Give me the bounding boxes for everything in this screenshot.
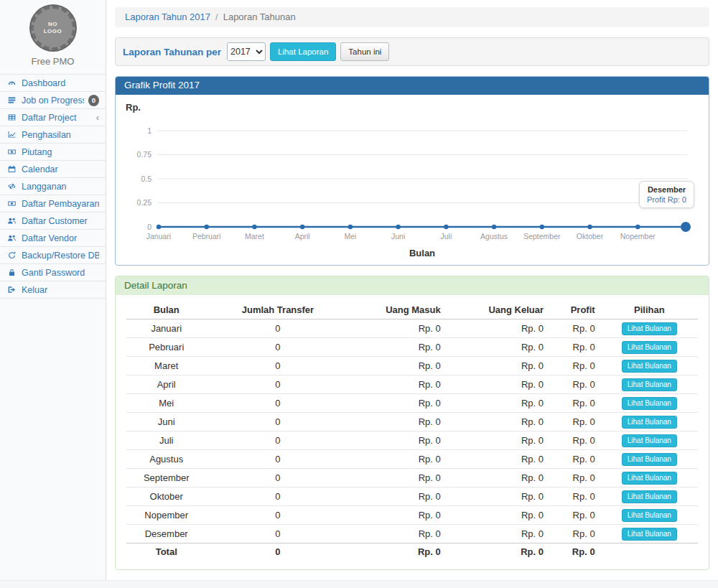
profit-chart-panel: Grafik Profit 2017 Rp.10.750.50.250Janua… xyxy=(115,76,709,266)
cell-profit: Rp. 0 xyxy=(549,394,601,413)
sidebar-item-keluar[interactable]: Keluar xyxy=(0,281,106,299)
view-monthly-button[interactable]: Lihat Bulanan xyxy=(622,341,677,354)
cell-jumlah-transfer: 0 xyxy=(206,450,349,469)
cell-profit: Rp. 0 xyxy=(549,319,601,338)
view-monthly-button[interactable]: Lihat Bulanan xyxy=(622,322,677,335)
sidebar-item-calendar[interactable]: Calendar xyxy=(0,161,106,178)
profit-chart[interactable]: Rp.10.750.50.250JanuariPebruariMaretApri… xyxy=(116,95,709,265)
cell-uang-keluar: Rp. 0 xyxy=(447,431,549,450)
cell-uang-masuk: Rp. 0 xyxy=(349,394,446,413)
sidebar-item-daftar-pembayaran[interactable]: Daftar Pembayaran xyxy=(0,195,106,213)
logo-text-line2: LOGO xyxy=(44,28,62,35)
total-jumlah-transfer: 0 xyxy=(206,543,349,560)
total-uang-masuk: Rp. 0 xyxy=(349,543,446,560)
sidebar-item-job-on-progress[interactable]: Job on Progress0 xyxy=(0,92,106,109)
sidebar-item-label: Dashboard xyxy=(22,78,99,88)
money-icon xyxy=(6,147,17,157)
cell-bulan: Desember xyxy=(126,525,206,543)
app-logo: NO LOGO xyxy=(31,6,75,50)
sidebar-item-daftar-project[interactable]: Daftar Project‹ xyxy=(0,109,106,126)
chevron-left-icon: ‹ xyxy=(96,113,99,122)
detail-report-table: BulanJumlah TransferUang MasukUang Kelua… xyxy=(126,301,698,559)
cell-profit: Rp. 0 xyxy=(549,525,601,543)
logo-text-line1: NO xyxy=(48,21,57,28)
cell-uang-masuk: Rp. 0 xyxy=(349,319,446,338)
svg-text:0.5: 0.5 xyxy=(141,174,151,183)
cell-uang-masuk: Rp. 0 xyxy=(349,506,446,525)
sidebar-item-label: Keluar xyxy=(22,285,99,295)
report-filter-bar: Laporan Tahunan per 2017 Lihat Laporan T… xyxy=(115,37,709,66)
cell-uang-masuk: Rp. 0 xyxy=(349,487,446,506)
cell-jumlah-transfer: 0 xyxy=(206,413,349,431)
sidebar-item-piutang[interactable]: Piutang xyxy=(0,144,106,161)
cell-bulan: Pebruari xyxy=(126,338,206,357)
view-monthly-button[interactable]: Lihat Bulanan xyxy=(622,434,677,447)
cell-uang-masuk: Rp. 0 xyxy=(349,375,446,394)
view-monthly-button[interactable]: Lihat Bulanan xyxy=(622,453,677,466)
cell-uang-keluar: Rp. 0 xyxy=(447,357,549,375)
sidebar-item-langganan[interactable]: Langganan xyxy=(0,178,106,195)
detail-panel-title: Detail Laporan xyxy=(116,276,709,295)
svg-text:April: April xyxy=(295,232,310,241)
cell-uang-masuk: Rp. 0 xyxy=(349,525,446,543)
year-select[interactable]: 2017 xyxy=(227,42,266,61)
sidebar-item-label: Daftar Project xyxy=(22,113,92,123)
sidebar: NO LOGO Free PMO DashboardJob on Progres… xyxy=(0,0,106,580)
column-header-jumlah-transfer: Jumlah Transfer xyxy=(206,301,349,319)
sidebar-item-penghasilan[interactable]: Penghasilan xyxy=(0,126,106,144)
svg-text:1: 1 xyxy=(147,126,151,135)
sidebar-item-dashboard[interactable]: Dashboard xyxy=(0,75,106,92)
breadcrumb-link-laporan-tahun[interactable]: Laporan Tahun 2017 xyxy=(125,11,210,22)
view-monthly-button[interactable]: Lihat Bulanan xyxy=(622,472,677,485)
sidebar-item-label: Backup/Restore DB xyxy=(22,251,99,261)
refresh-icon xyxy=(6,251,17,261)
sidebar-item-label: Ganti Password xyxy=(22,268,99,278)
cell-bulan: Nopember xyxy=(126,506,206,525)
chart-panel-title: Grafik Profit 2017 xyxy=(116,77,709,95)
table-header-row: BulanJumlah TransferUang MasukUang Kelua… xyxy=(126,301,698,319)
svg-text:0.75: 0.75 xyxy=(137,150,152,159)
view-monthly-button[interactable]: Lihat Bulanan xyxy=(622,528,677,541)
svg-text:0: 0 xyxy=(147,223,151,231)
cell-bulan: Maret xyxy=(126,357,206,375)
cell-profit: Rp. 0 xyxy=(549,506,601,525)
sidebar-item-daftar-customer[interactable]: Daftar Customer xyxy=(0,213,106,230)
sidebar-item-label: Piutang xyxy=(22,147,99,157)
svg-text:Pebruari: Pebruari xyxy=(192,232,221,241)
view-monthly-button[interactable]: Lihat Bulanan xyxy=(622,397,677,410)
page-footer: Powered by Free PMO, and developed with … xyxy=(0,580,718,588)
cell-uang-masuk: Rp. 0 xyxy=(349,469,446,487)
cell-uang-masuk: Rp. 0 xyxy=(349,431,446,450)
table-row: April0Rp. 0Rp. 0Rp. 0Lihat Bulanan xyxy=(126,375,698,394)
sidebar-item-ganti-password[interactable]: Ganti Password xyxy=(0,264,106,281)
cell-profit: Rp. 0 xyxy=(549,357,601,375)
view-report-button[interactable]: Lihat Laporan xyxy=(270,42,336,61)
sidebar-item-label: Job on Progress xyxy=(22,95,84,106)
cell-uang-keluar: Rp. 0 xyxy=(447,469,549,487)
this-year-button[interactable]: Tahun ini xyxy=(340,42,389,61)
sidebar-item-label: Penghasilan xyxy=(22,130,99,140)
total-label: Total xyxy=(126,543,206,560)
svg-text:0.25: 0.25 xyxy=(137,198,152,207)
table-row: Nopember0Rp. 0Rp. 0Rp. 0Lihat Bulanan xyxy=(126,506,698,525)
cell-jumlah-transfer: 0 xyxy=(206,487,349,506)
table-row: Oktober0Rp. 0Rp. 0Rp. 0Lihat Bulanan xyxy=(126,487,698,506)
breadcrumb-separator: / xyxy=(215,11,218,22)
sidebar-item-label: Calendar xyxy=(22,164,99,174)
cell-bulan: Agustus xyxy=(126,450,206,469)
sign-out-icon xyxy=(6,285,17,295)
sidebar-item-daftar-vendor[interactable]: Daftar Vendor xyxy=(0,230,106,247)
cell-profit: Rp. 0 xyxy=(549,338,601,357)
view-monthly-button[interactable]: Lihat Bulanan xyxy=(622,509,677,522)
chart-line-icon xyxy=(6,130,17,140)
sidebar-item-backup-restore-db[interactable]: Backup/Restore DB xyxy=(0,247,106,264)
table-row: Mei0Rp. 0Rp. 0Rp. 0Lihat Bulanan xyxy=(126,394,698,413)
view-monthly-button[interactable]: Lihat Bulanan xyxy=(622,490,677,503)
cell-bulan: Oktober xyxy=(126,487,206,506)
view-monthly-button[interactable]: Lihat Bulanan xyxy=(622,378,677,391)
cell-profit: Rp. 0 xyxy=(549,375,601,394)
view-monthly-button[interactable]: Lihat Bulanan xyxy=(622,360,677,373)
cell-uang-keluar: Rp. 0 xyxy=(447,487,549,506)
svg-text:September: September xyxy=(523,232,561,241)
view-monthly-button[interactable]: Lihat Bulanan xyxy=(622,416,677,429)
